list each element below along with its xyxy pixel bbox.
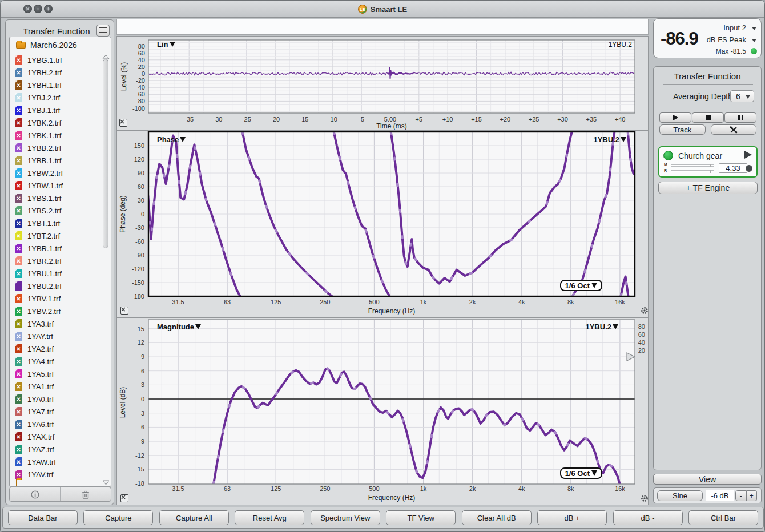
meter-unit-select[interactable]: dB FS Peak: [707, 35, 746, 44]
file-list-item[interactable]: ✕1YBB.1.trf: [10, 154, 111, 167]
tools-button[interactable]: [711, 124, 757, 135]
trf-file-icon: ✕: [15, 156, 22, 165]
svg-text:250: 250: [320, 485, 330, 492]
file-name: 1YAV.trf: [27, 470, 53, 479]
svg-text:-40: -40: [136, 84, 145, 91]
file-list-item[interactable]: ✕1YBG.1.trf: [10, 54, 111, 66]
file-list-item[interactable]: ✕1YA5.trf: [10, 368, 111, 380]
trf-file-icon: ✕: [15, 394, 22, 404]
file-name: 1YBS.1.trf: [27, 194, 61, 203]
file-list-item[interactable]: ✕1YA3.trf: [10, 317, 111, 330]
phase-type-menu[interactable]: Phase: [157, 135, 186, 144]
file-list-scrollbar[interactable]: [102, 54, 110, 485]
svg-text:-80: -80: [136, 98, 145, 104]
file-name: 1YBR.1.trf: [27, 244, 62, 253]
generator-signal-button[interactable]: Sine: [657, 490, 703, 501]
close-impulse-button[interactable]: [119, 119, 127, 127]
level-down-button[interactable]: -: [735, 490, 747, 501]
file-list-item[interactable]: ✕1YBT.2.trf: [10, 229, 111, 242]
svg-text:16k: 16k: [615, 299, 625, 305]
toolbar-capture-button[interactable]: Capture: [83, 510, 153, 525]
impulse-type-menu[interactable]: Lin: [157, 40, 175, 49]
toolbar-reset-avg-button[interactable]: Reset Avg: [235, 510, 304, 525]
file-name: 1YBR.2.trf: [27, 257, 62, 265]
toolbar-data-bar-button[interactable]: Data Bar: [8, 510, 78, 525]
delay-value-field[interactable]: 4.33: [719, 163, 747, 173]
impulse-panel: 806040200-20-40-60-80-100-35-30-25-20-15…: [116, 36, 649, 131]
file-list-item[interactable]: ✕1YBW.1.trf: [10, 179, 111, 192]
file-list-item[interactable]: ✕1YAV.trf: [10, 468, 111, 481]
file-list-item[interactable]: ✕1YBJ.1.trf: [10, 104, 111, 116]
close-phase-button[interactable]: [120, 307, 128, 315]
track-button[interactable]: Track: [659, 124, 706, 135]
magnitude-trace-menu[interactable]: 1YBU.2: [585, 323, 618, 331]
toolbar-spectrum-view-button[interactable]: Spectrum View: [311, 510, 380, 525]
trf-file-icon: ✕: [15, 244, 22, 253]
sidebar-menu-button[interactable]: [96, 25, 110, 37]
close-magnitude-button[interactable]: [120, 494, 128, 502]
phase-trace-menu[interactable]: 1YBU.2: [593, 135, 626, 144]
next-folder-partial[interactable]: [16, 479, 17, 487]
svg-text:-60: -60: [136, 91, 145, 98]
record-button[interactable]: [746, 165, 752, 172]
file-list-item[interactable]: ✕1YA2.trf: [10, 342, 111, 355]
file-list-item[interactable]: ✕1YBK.1.trf: [10, 129, 111, 142]
file-list-item[interactable]: ✕1YBH.2.trf: [10, 66, 111, 79]
file-list-item[interactable]: ✕1YAW.trf: [10, 456, 111, 468]
folder-row[interactable]: March6.2026: [10, 39, 111, 51]
file-list-item[interactable]: ✕1YAZ.trf: [10, 443, 111, 456]
file-list-item[interactable]: ✕1YBR.1.trf: [10, 242, 111, 255]
toolbar-ctrl-bar-button[interactable]: Ctrl Bar: [688, 510, 758, 525]
file-list-item[interactable]: ✕1YBS.2.trf: [10, 204, 111, 217]
toolbar-db--button[interactable]: dB -: [613, 510, 683, 525]
stop-button[interactable]: [692, 112, 724, 123]
gear-icon: [640, 306, 649, 315]
impulse-plot[interactable]: 806040200-20-40-60-80-100-35-30-25-20-15…: [117, 37, 649, 131]
magnitude-type-menu[interactable]: Magnitude: [157, 323, 201, 331]
info-button[interactable]: [10, 487, 60, 501]
svg-text:4k: 4k: [518, 299, 525, 305]
view-button[interactable]: View: [653, 474, 762, 485]
r-level-slider[interactable]: [671, 170, 714, 172]
file-list-item[interactable]: ✕1YA0.trf: [10, 393, 111, 405]
file-name: 1YA7.trf: [27, 408, 54, 416]
svg-text:-30: -30: [135, 224, 144, 231]
file-list-item[interactable]: ✕1YBT.1.trf: [10, 217, 111, 229]
toolbar-tf-view-button[interactable]: TF View: [386, 510, 456, 525]
pause-button[interactable]: [724, 112, 756, 123]
level-up-button[interactable]: +: [747, 490, 758, 501]
file-list-item[interactable]: ✕1YBV.1.trf: [10, 292, 111, 305]
file-list-item[interactable]: ✕1YA6.trf: [10, 418, 111, 430]
file-list-item[interactable]: ✕1YBS.1.trf: [10, 192, 111, 204]
file-list-item[interactable]: ✕1YA4.trf: [10, 355, 111, 368]
file-list-item[interactable]: ✕1YBU.1.trf: [10, 267, 111, 280]
file-list-item[interactable]: ✕1YBW.2.trf: [10, 167, 111, 179]
engine-active-indicator[interactable]: [663, 151, 673, 160]
engine-play-button[interactable]: [744, 151, 752, 159]
phase-banding-menu[interactable]: 1/6 Oct: [560, 280, 602, 291]
file-list-item[interactable]: ✕1YBK.2.trf: [10, 116, 111, 129]
engine-name[interactable]: Church gear: [678, 151, 722, 160]
averaging-depth-select[interactable]: 6: [730, 90, 754, 102]
scrollbar-thumb[interactable]: [103, 59, 108, 248]
delete-button[interactable]: [60, 487, 111, 501]
file-list-item[interactable]: ✕1YBH.1.trf: [10, 79, 111, 91]
m-level-slider[interactable]: [671, 164, 714, 167]
file-list-item[interactable]: ✕1YA1.trf: [10, 380, 111, 393]
toolbar-db--button[interactable]: dB +: [537, 510, 607, 525]
play-button[interactable]: [659, 112, 691, 123]
file-list-item[interactable]: ✕1YBV.2.trf: [10, 305, 111, 317]
file-list-item[interactable]: ✕1YA7.trf: [10, 405, 111, 418]
magnitude-banding-menu[interactable]: 1/6 Oct: [560, 467, 602, 479]
file-list-item[interactable]: 1YBU.2.trf: [10, 280, 111, 292]
file-name: 1YBH.2.trf: [27, 68, 62, 77]
input-select[interactable]: Input 2: [723, 23, 746, 32]
toolbar-clear-all-db-button[interactable]: Clear All dB: [462, 510, 532, 525]
file-list-item[interactable]: ✕1YAY.trf: [10, 330, 111, 342]
add-tf-engine-button[interactable]: + TF Engine: [658, 182, 758, 194]
toolbar-capture-all-button[interactable]: Capture All: [159, 510, 229, 525]
file-list-item[interactable]: ✕1YBB.2.trf: [10, 142, 111, 154]
file-list-item[interactable]: ✕1YAX.trf: [10, 430, 111, 443]
file-list-item[interactable]: ✕1YBJ.2.trf: [10, 91, 111, 104]
file-list-item[interactable]: ✕1YBR.2.trf: [10, 255, 111, 267]
